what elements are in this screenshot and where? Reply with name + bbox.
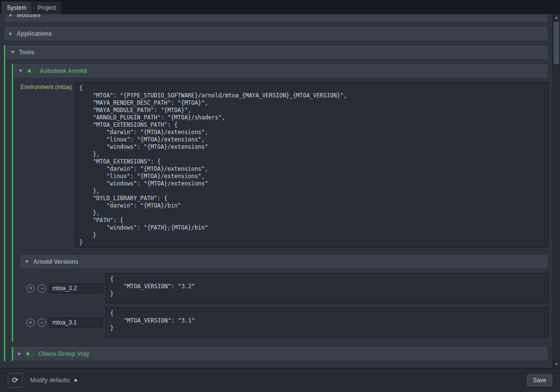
caret-right-icon [9, 14, 12, 17]
tab-project[interactable]: Project [32, 1, 61, 14]
settings-content: Modules Applications Tools Autodesk Arno… [0, 14, 560, 368]
remove-version-button[interactable]: − [38, 319, 46, 327]
version-row: + − { "MTOA_VERSION": "3.1" } [20, 307, 548, 338]
remove-version-button[interactable]: − [38, 284, 46, 293]
section-header-modules[interactable]: Modules [4, 14, 548, 23]
version-row: + − { "MTOA_VERSION": "3.2" } [20, 273, 548, 303]
scrollbar-thumb[interactable] [554, 22, 559, 64]
section-header-arnold[interactable]: Autodesk Arnold [13, 64, 548, 78]
section-tools: Tools Autodesk Arnold Environment (mtoa)… [4, 45, 548, 361]
add-version-button[interactable]: + [26, 319, 35, 327]
footer-bar: ⟳ Modify defaults ■ Save [0, 368, 560, 392]
version-key-input[interactable] [49, 283, 103, 293]
settings-window: System Project Modules Applications Tool… [0, 0, 560, 392]
section-label: Autodesk Arnold [40, 68, 87, 74]
caret-down-icon [19, 69, 23, 72]
tools-body: Autodesk Arnold Environment (mtoa) { "MT… [5, 60, 548, 361]
save-button[interactable]: Save [527, 374, 552, 386]
environment-json-editor[interactable]: { "MTOA": "{PYPE_STUDIO_SOFTWARE}/arnold… [75, 82, 548, 248]
section-header-vray[interactable]: Chaos Group Vray [12, 346, 548, 361]
version-json-editor[interactable]: { "MTOA_VERSION": "3.2" } [106, 273, 548, 303]
section-label: Tools [19, 49, 34, 56]
section-arnold-versions: Arnold Versions + − { "MTOA_VERSION": "3… [13, 254, 548, 338]
vertical-scrollbar[interactable]: ▲ ▼ [552, 14, 560, 368]
tab-bar: System Project [0, 0, 560, 14]
environment-row: Environment (mtoa) { "MTOA": "{PYPE_STUD… [13, 82, 548, 248]
scroll-up-icon[interactable]: ▲ [553, 14, 560, 21]
caret-down-icon [11, 51, 15, 54]
section-arnold: Autodesk Arnold Environment (mtoa) { "MT… [12, 64, 548, 342]
section-header-tools[interactable]: Tools [5, 45, 548, 60]
enabled-toggle-icon[interactable] [25, 351, 34, 356]
section-header-arnold-versions[interactable]: Arnold Versions [20, 254, 548, 269]
environment-label: Environment (mtoa) [13, 82, 75, 248]
section-label: Arnold Versions [33, 258, 78, 265]
caret-right-icon [18, 352, 21, 356]
section-label: Chaos Group Vray [38, 350, 90, 357]
caret-down-icon [25, 260, 29, 263]
modify-defaults-checkbox[interactable]: ■ [74, 378, 77, 383]
scroll-down-icon[interactable]: ▼ [553, 361, 560, 368]
arnold-body: Environment (mtoa) { "MTOA": "{PYPE_STUD… [13, 82, 548, 342]
add-version-button[interactable]: + [26, 284, 35, 293]
section-header-applications[interactable]: Applications [4, 26, 548, 41]
section-label: Modules [17, 14, 41, 19]
tab-system[interactable]: System [1, 1, 32, 14]
caret-right-icon [9, 32, 12, 36]
modify-defaults-label: Modify defaults [30, 377, 70, 384]
version-key-input[interactable] [49, 318, 103, 327]
version-json-editor[interactable]: { "MTOA_VERSION": "3.1" } [106, 307, 548, 338]
enabled-toggle-icon[interactable] [27, 69, 35, 73]
section-label: Applications [17, 30, 52, 37]
refresh-button[interactable]: ⟳ [8, 373, 23, 388]
